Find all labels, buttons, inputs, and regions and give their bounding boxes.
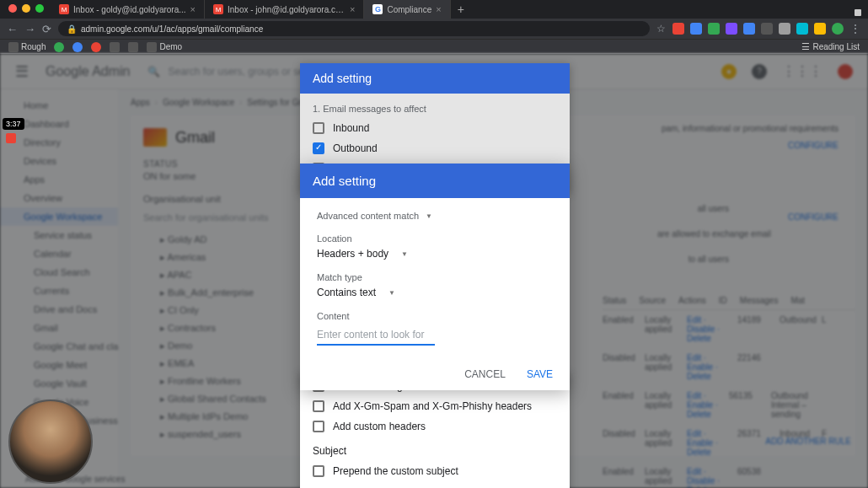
checkbox-label: Prepend the custom subject xyxy=(333,465,458,477)
checkbox-row[interactable]: Add custom headers xyxy=(313,421,557,432)
bookmark-icon[interactable] xyxy=(72,42,83,52)
browser-tab-bar: M Inbox - goldy@id.goldyarora... × M Inb… xyxy=(0,0,868,19)
checkbox-label: Inbound xyxy=(333,122,369,134)
reading-list-button[interactable]: ☰ Reading List xyxy=(801,41,860,52)
save-button[interactable]: SAVE xyxy=(527,368,553,380)
url-field[interactable]: 🔒 admin.google.com/u/1/ac/apps/gmail/com… xyxy=(58,21,650,36)
extension-icon[interactable] xyxy=(796,23,808,35)
matchtype-dropdown[interactable]: Contains text ▼ xyxy=(317,287,553,298)
presenter-avatar xyxy=(8,400,93,484)
folder-icon xyxy=(8,42,19,52)
section-dropdown[interactable]: Advanced content match ▼ xyxy=(317,211,553,221)
extension-icon[interactable] xyxy=(672,23,684,35)
tab-title: Inbox - goldy@id.goldyarora... xyxy=(73,5,186,14)
browser-tab[interactable]: M Inbox - goldy@id.goldyarora... × xyxy=(51,0,205,19)
recording-indicator[interactable] xyxy=(6,133,16,143)
modal-title: Add setting xyxy=(300,63,570,94)
extension-icon[interactable] xyxy=(743,23,755,35)
recording-timer: 3:37 xyxy=(3,118,24,130)
checkbox-label: Add custom headers xyxy=(333,421,426,432)
tab-title: Inbox - john@id.goldyarora.co... xyxy=(228,5,346,14)
checkbox[interactable] xyxy=(313,421,324,432)
menu-icon[interactable]: ⋮ xyxy=(849,22,861,35)
reload-button[interactable]: ⟳ xyxy=(42,23,51,35)
extension-icon[interactable] xyxy=(761,23,773,35)
minimize-window-button[interactable] xyxy=(22,4,30,13)
step-label: 1. Email messages to affect xyxy=(313,104,557,114)
checkbox[interactable] xyxy=(313,122,324,134)
checkbox[interactable] xyxy=(313,142,324,154)
browser-address-bar: ← → ⟳ 🔒 admin.google.com/u/1/ac/apps/gma… xyxy=(0,19,868,39)
new-tab-button[interactable]: + xyxy=(451,3,471,16)
tab-overflow-icon[interactable] xyxy=(855,9,861,16)
tab-title: Compliance xyxy=(387,5,431,14)
extension-icons: ⋮ xyxy=(672,22,861,35)
bookmark-icon[interactable] xyxy=(54,42,64,52)
checkbox[interactable] xyxy=(313,400,324,412)
bookmark-item[interactable]: Rough xyxy=(8,42,46,52)
content-label: Content xyxy=(317,311,553,321)
location-dropdown[interactable]: Headers + body ▼ xyxy=(317,248,553,260)
chevron-down-icon: ▼ xyxy=(388,289,395,297)
extension-icon[interactable] xyxy=(814,23,826,35)
browser-tab-active[interactable]: G Compliance × xyxy=(364,0,450,19)
close-tab-icon[interactable]: × xyxy=(190,4,196,14)
lock-icon: 🔒 xyxy=(67,24,77,34)
content-input[interactable] xyxy=(317,325,435,346)
close-window-button[interactable] xyxy=(8,4,17,13)
extension-icon[interactable] xyxy=(726,23,737,35)
google-favicon: G xyxy=(372,4,383,14)
maximize-window-button[interactable] xyxy=(35,4,44,13)
bookmark-icon[interactable] xyxy=(91,42,101,52)
profile-icon[interactable] xyxy=(832,23,844,35)
checkbox-label: Outbound xyxy=(333,142,378,154)
folder-icon xyxy=(147,42,157,52)
subject-section-label: Subject xyxy=(313,445,557,457)
checkbox-row[interactable]: Add X-Gm-Spam and X-Gm-Phishy headers xyxy=(313,400,557,412)
checkbox-row[interactable]: Prepend the custom subject xyxy=(313,465,557,477)
extension-icon[interactable] xyxy=(690,23,702,35)
bookmark-icon[interactable] xyxy=(110,42,120,52)
checkbox-label: Add X-Gm-Spam and X-Gm-Phishy headers xyxy=(333,400,532,412)
close-tab-icon[interactable]: × xyxy=(436,4,441,14)
back-button[interactable]: ← xyxy=(7,23,18,35)
gmail-favicon: M xyxy=(213,4,223,14)
gmail-favicon: M xyxy=(59,4,69,14)
chevron-down-icon: ▼ xyxy=(426,212,432,220)
checkbox-row[interactable]: Outbound xyxy=(313,142,557,154)
bookmark-icon[interactable] xyxy=(128,42,138,52)
location-label: Location xyxy=(317,233,553,244)
bookmark-item[interactable]: Demo xyxy=(147,42,182,52)
modal-footer: CANCEL SAVE xyxy=(300,358,570,390)
matchtype-label: Match type xyxy=(317,272,553,282)
bookmark-star-icon[interactable]: ☆ xyxy=(656,23,666,35)
url-text: admin.google.com/u/1/ac/apps/gmail/compl… xyxy=(81,24,263,34)
chevron-down-icon: ▼ xyxy=(401,250,408,258)
add-setting-modal: Add setting Advanced content match ▼ Loc… xyxy=(300,164,570,390)
cancel-button[interactable]: CANCEL xyxy=(464,368,506,380)
bookmark-bar: Rough Demo ☰ Reading List xyxy=(0,39,868,54)
browser-tab[interactable]: M Inbox - john@id.goldyarora.co... × xyxy=(205,0,364,19)
mac-window-controls xyxy=(8,4,44,13)
close-tab-icon[interactable]: × xyxy=(350,4,355,14)
checkbox-row[interactable]: Inbound xyxy=(313,122,557,134)
extension-icon[interactable] xyxy=(779,23,790,35)
modal-title: Add setting xyxy=(300,164,570,198)
checkbox[interactable] xyxy=(313,465,324,477)
extension-icon[interactable] xyxy=(708,23,720,35)
forward-button[interactable]: → xyxy=(24,23,35,35)
